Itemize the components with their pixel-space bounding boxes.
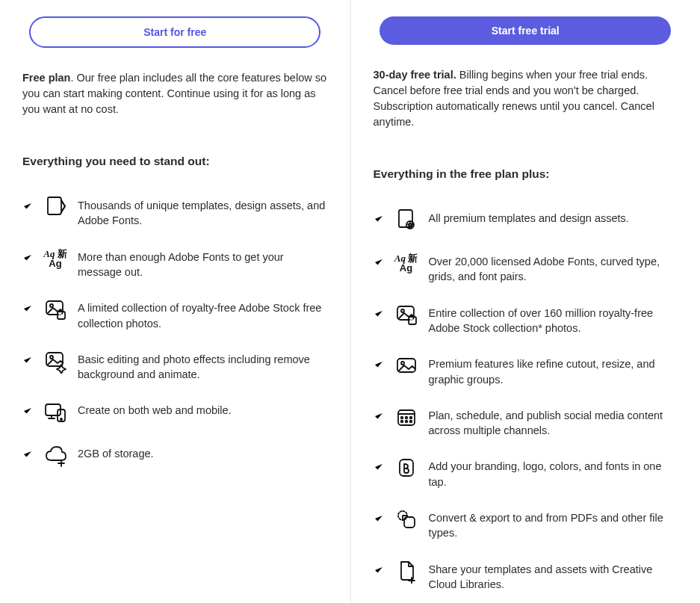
feature-text: A limited collection of royalty-free Ado… — [78, 296, 328, 331]
photo-effects-icon — [40, 347, 70, 374]
convert-icon — [391, 506, 421, 533]
feature-item: Share your templates and assets with Cre… — [374, 557, 678, 593]
premium-templates-icon — [391, 206, 421, 233]
check-icon — [22, 355, 36, 365]
feature-item: Premium features like refine cutout, res… — [374, 352, 678, 387]
feature-item: Convert & export to and from PDFs and ot… — [374, 506, 678, 541]
check-icon — [374, 257, 387, 268]
cloud-storage-icon — [40, 442, 70, 469]
feature-text: All premium templates and design assets. — [429, 206, 678, 226]
feature-item: A limited collection of royalty-free Ado… — [22, 296, 328, 331]
feature-text: 2GB of storage. — [78, 442, 328, 461]
feature-text: Entire collection of over 160 million ro… — [429, 301, 678, 336]
feature-item: Thousands of unique templates, design as… — [22, 194, 328, 229]
feature-text: Plan, schedule, and publish social media… — [429, 403, 678, 439]
feature-item: 2GB of storage. — [22, 442, 328, 469]
feature-text: Thousands of unique templates, design as… — [78, 194, 328, 229]
check-icon — [374, 565, 387, 575]
feature-text: Share your templates and assets with Cre… — [429, 557, 678, 593]
free-plan-description: Free plan. Our free plan includes all th… — [22, 70, 328, 117]
check-icon — [374, 214, 387, 224]
check-icon — [374, 309, 387, 319]
check-icon — [374, 462, 387, 472]
devices-icon — [40, 398, 70, 425]
premium-plan-heading: Everything in the free plan plus: — [374, 167, 678, 181]
feature-text: Basic editing and photo effects includin… — [78, 347, 328, 383]
feature-text: Create on both web and mobile. — [78, 398, 328, 418]
premium-photo-icon — [391, 352, 421, 379]
file-share-icon — [391, 557, 421, 584]
feature-text: Over 20,000 licensed Adobe Fonts, curved… — [429, 250, 678, 285]
feature-item: Aq 新Ag More than enough Adobe Fonts to g… — [22, 245, 328, 280]
feature-text: Convert & export to and from PDFs and ot… — [429, 506, 678, 541]
start-for-free-button[interactable]: Start for free — [29, 16, 320, 48]
start-free-trial-button[interactable]: Start free trial — [380, 16, 671, 45]
free-plan-column: Start for free Free plan. Our free plan … — [0, 0, 350, 603]
brand-icon — [391, 454, 421, 481]
check-icon — [22, 201, 36, 211]
feature-text: Add your branding, logo, colors, and fon… — [429, 454, 678, 489]
check-icon — [22, 253, 36, 263]
check-icon — [22, 303, 36, 314]
check-icon — [374, 359, 387, 370]
feature-item: Create on both web and mobile. — [22, 398, 328, 425]
feature-text: More than enough Adobe Fonts to get your… — [78, 245, 328, 280]
feature-text: Premium features like refine cutout, res… — [429, 352, 678, 387]
check-icon — [22, 406, 36, 416]
trial-description: 30-day free trial. Billing begins when y… — [374, 67, 678, 130]
feature-item: Add your branding, logo, colors, and fon… — [374, 454, 678, 489]
check-icon — [374, 513, 387, 524]
calendar-icon — [391, 403, 421, 430]
fonts-icon: Aq 新Ag — [40, 245, 70, 272]
fonts-icon: Aq 新Ag — [391, 250, 421, 276]
check-icon — [22, 449, 36, 460]
premium-plan-column: Start free trial 30-day free trial. Bill… — [350, 0, 701, 603]
feature-item: Plan, schedule, and publish social media… — [374, 403, 678, 439]
check-icon — [374, 411, 387, 421]
free-plan-heading: Everything you need to stand out: — [22, 155, 328, 168]
stock-photos-icon — [40, 296, 70, 323]
templates-icon — [40, 194, 70, 220]
feature-item: Entire collection of over 160 million ro… — [374, 301, 678, 336]
feature-item: Aq 新Ag Over 20,000 licensed Adobe Fonts,… — [374, 250, 678, 285]
feature-item: All premium templates and design assets. — [374, 206, 678, 233]
stock-photos-icon — [391, 301, 421, 328]
feature-item: Basic editing and photo effects includin… — [22, 347, 328, 383]
